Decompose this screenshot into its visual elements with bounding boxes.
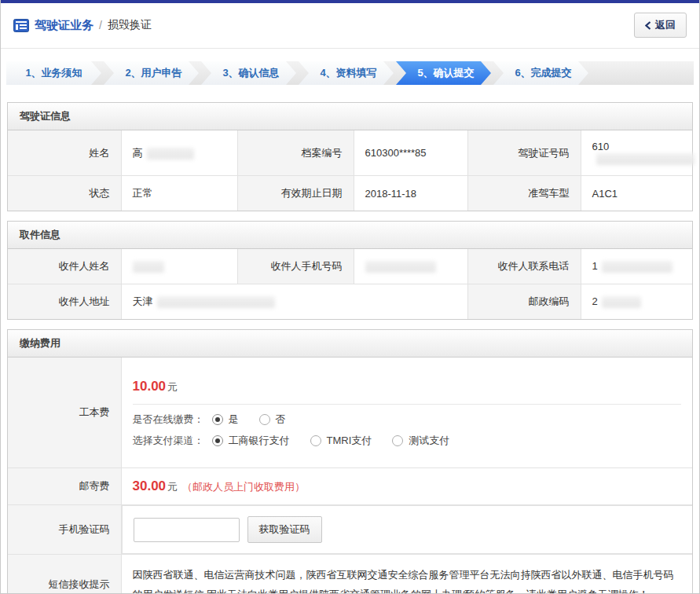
- radio-online-yes[interactable]: 是: [212, 412, 239, 427]
- radio-icon[interactable]: [310, 435, 321, 446]
- chevron-left-icon: [645, 21, 651, 30]
- breadcrumb: 驾驶证业务 / 损毁换证: [13, 18, 152, 33]
- postage-note: （邮政人员上门收取费用）: [182, 481, 305, 493]
- redacted-text: [133, 261, 164, 273]
- recipient-name-label: 收件人姓名: [8, 249, 121, 284]
- vehicle-class-label: 准驾车型: [467, 176, 581, 211]
- page: 驾驶证业务 / 损毁换证 返回 1、业务须知 2、用户申告 3、确认信息 4、资…: [0, 0, 700, 594]
- table-row: 短信接收提示 因陕西省联通、电信运营商技术问题，陕西省互联网交通安全综合服务管理…: [8, 555, 692, 594]
- name-label: 姓名: [8, 130, 121, 176]
- name-value: 高: [121, 130, 237, 176]
- radio-icon[interactable]: [392, 435, 403, 446]
- section-title-fees: 缴纳费用: [8, 330, 692, 358]
- status-value: 正常: [121, 176, 237, 211]
- license-list-icon: [13, 19, 29, 32]
- table-row: 姓名 高 档案编号 610300****85 驾驶证号码 610: [8, 130, 692, 176]
- postage-fee-label: 邮寄费: [8, 468, 121, 505]
- section-title-pickup: 取件信息: [8, 222, 692, 249]
- redacted-text: [602, 261, 673, 273]
- online-pay-question-row: 是否在线缴费： 是 否: [133, 412, 682, 427]
- step-2-declaration: 2、用户申告: [104, 61, 199, 85]
- step-4-fill-data: 4、资料填写: [299, 61, 394, 85]
- get-sms-code-button[interactable]: 获取验证码: [247, 516, 322, 543]
- radio-icon[interactable]: [259, 414, 270, 425]
- redacted-text: [147, 148, 194, 160]
- breadcrumb-separator: /: [99, 19, 102, 31]
- section-title-license: 驾驶证信息: [8, 103, 692, 130]
- pickup-info-table: 收件人姓名 收件人手机号码 收件人联系电话 1 收件人地址 天津 邮政编码 2: [8, 249, 692, 319]
- redacted-text: [596, 153, 695, 165]
- radio-channel-tmri[interactable]: TMRI支付: [310, 434, 372, 448]
- table-row: 邮寄费 30.00元（邮政人员上门收取费用）: [8, 468, 692, 505]
- work-fee-amount: 10.00元: [133, 368, 682, 404]
- license-number-label: 驾驶证号码: [467, 130, 581, 176]
- table-row: 手机验证码 获取验证码: [8, 505, 692, 555]
- radio-channel-icbc[interactable]: 工商银行支付: [212, 434, 290, 448]
- sms-notice-text: 因陕西省联通、电信运营商技术问题，陕西省互联网交通安全综合服务管理平台无法向持陕…: [121, 555, 692, 594]
- redacted-text: [602, 296, 641, 308]
- recipient-phone-label: 收件人联系电话: [467, 249, 581, 284]
- table-row: 工本费 10.00元 是否在线缴费： 是 否: [8, 358, 692, 468]
- section-pickup-info: 取件信息 收件人姓名 收件人手机号码 收件人联系电话 1 收件人地址 天津 邮政…: [7, 221, 693, 320]
- radio-icon[interactable]: [212, 414, 223, 425]
- postage-fee-cell: 30.00元（邮政人员上门收取费用）: [121, 468, 692, 505]
- sms-code-cell: 获取验证码: [122, 505, 693, 554]
- divider: [133, 404, 682, 405]
- steps-bar: 1、业务须知 2、用户申告 3、确认信息 4、资料填写 5、确认提交 6、完成提…: [6, 61, 694, 85]
- step-6-complete: 6、完成提交: [493, 61, 588, 85]
- section-license-info: 驾驶证信息 姓名 高 档案编号 610300****85 驾驶证号码 610 状…: [7, 102, 693, 211]
- postal-code-value: 2: [581, 284, 692, 320]
- radio-icon[interactable]: [212, 435, 223, 446]
- valid-until-label: 有效期止日期: [237, 176, 354, 211]
- pay-channel-question: 选择支付渠道：: [133, 434, 204, 448]
- work-fee-label: 工本费: [8, 358, 121, 468]
- page-title[interactable]: 驾驶证业务: [35, 18, 93, 33]
- step-5-confirm-submit: 5、确认提交: [396, 61, 491, 85]
- back-button[interactable]: 返回: [634, 13, 687, 38]
- radio-online-no[interactable]: 否: [259, 412, 286, 427]
- postal-code-label: 邮政编码: [467, 284, 581, 320]
- recipient-mobile-value: [354, 249, 467, 284]
- steps-bar-filler: [591, 61, 694, 85]
- fees-table: 工本费 10.00元 是否在线缴费： 是 否: [8, 358, 692, 594]
- work-fee-cell: 10.00元 是否在线缴费： 是 否: [121, 358, 692, 468]
- redacted-text: [365, 261, 436, 273]
- sms-code-label: 手机验证码: [8, 505, 121, 555]
- vehicle-class-value: A1C1: [581, 176, 692, 211]
- section-fees: 缴纳费用 工本费 10.00元 是否在线缴费： 是: [7, 329, 693, 594]
- recipient-address-label: 收件人地址: [8, 284, 121, 320]
- step-3-confirm-info: 3、确认信息: [201, 61, 296, 85]
- online-pay-question: 是否在线缴费：: [133, 412, 204, 427]
- breadcrumb-current: 损毁换证: [108, 18, 152, 32]
- status-label: 状态: [8, 176, 121, 211]
- step-1-notice: 1、业务须知: [6, 61, 101, 85]
- license-info-table: 姓名 高 档案编号 610300****85 驾驶证号码 610 状态 正常 有…: [8, 130, 692, 211]
- recipient-phone-value: 1: [581, 249, 692, 284]
- license-number-value: 610: [581, 130, 692, 176]
- table-row: 状态 正常 有效期止日期 2018-11-18 准驾车型 A1C1: [8, 176, 692, 211]
- sms-code-input[interactable]: [134, 518, 240, 542]
- table-row: 收件人地址 天津 邮政编码 2: [8, 284, 692, 320]
- radio-channel-test[interactable]: 测试支付: [392, 434, 449, 448]
- recipient-mobile-label: 收件人手机号码: [237, 249, 354, 284]
- recipient-name-value: [121, 249, 237, 284]
- recipient-address-value: 天津: [121, 284, 467, 320]
- pay-channel-question-row: 选择支付渠道： 工商银行支付 TMRI支付 测试支付: [133, 434, 682, 448]
- redacted-text: [157, 296, 275, 308]
- header: 驾驶证业务 / 损毁换证 返回: [1, 3, 699, 49]
- file-number-label: 档案编号: [237, 130, 354, 176]
- table-row: 收件人姓名 收件人手机号码 收件人联系电话 1: [8, 249, 692, 284]
- sms-notice-label: 短信接收提示: [8, 555, 121, 594]
- valid-until-value: 2018-11-18: [354, 176, 467, 211]
- file-number-value: 610300****85: [354, 130, 467, 176]
